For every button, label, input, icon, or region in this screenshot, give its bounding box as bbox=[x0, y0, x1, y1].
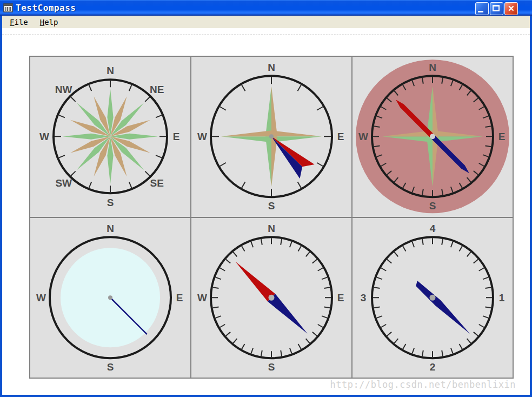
svg-text:W: W bbox=[197, 131, 207, 142]
svg-text:E: E bbox=[498, 131, 506, 142]
svg-text:S: S bbox=[107, 197, 114, 208]
svg-text:N: N bbox=[107, 65, 114, 76]
client-area: File Help NNEESESSWWNW NESW NESW NESW NE… bbox=[2, 16, 530, 395]
compass-star4-needle-svg: NESW bbox=[191, 57, 351, 217]
title-bar[interactable]: TestCompass ✕ bbox=[0, 0, 532, 16]
svg-text:NE: NE bbox=[150, 84, 164, 95]
svg-text:2: 2 bbox=[430, 361, 436, 372]
menu-file[interactable]: File bbox=[6, 17, 31, 27]
window-controls: ✕ bbox=[475, 2, 518, 15]
svg-text:S: S bbox=[107, 361, 114, 372]
compass-panel-kite-needle[interactable]: NESW bbox=[191, 218, 351, 378]
window-title: TestCompass bbox=[16, 3, 76, 13]
compass-panel-pink-dial[interactable]: NESW bbox=[353, 57, 513, 217]
svg-text:N: N bbox=[107, 222, 114, 234]
svg-text:W: W bbox=[36, 292, 46, 303]
svg-text:N: N bbox=[268, 222, 275, 234]
svg-text:W: W bbox=[197, 292, 207, 303]
compass-grid: NNEESESSWWNW NESW NESW NESW NESW 4123 bbox=[29, 56, 514, 379]
svg-text:W: W bbox=[39, 131, 49, 142]
compass-panel-numeric-dial[interactable]: 4123 bbox=[353, 218, 513, 378]
compass-panel-star4-needle[interactable]: NESW bbox=[191, 57, 351, 217]
svg-text:E: E bbox=[176, 292, 183, 303]
svg-text:N: N bbox=[268, 62, 275, 73]
svg-text:SE: SE bbox=[150, 177, 164, 189]
svg-text:E: E bbox=[337, 131, 344, 142]
close-button[interactable]: ✕ bbox=[504, 2, 518, 15]
svg-text:E: E bbox=[173, 131, 180, 142]
svg-text:S: S bbox=[429, 200, 436, 211]
toolbar-separator bbox=[2, 34, 530, 35]
close-icon: ✕ bbox=[505, 3, 517, 15]
menu-bar: File Help bbox=[2, 16, 530, 28]
svg-text:1: 1 bbox=[499, 292, 505, 303]
menu-help-label-rest: elp bbox=[44, 18, 58, 27]
compass-panel-rose16[interactable]: NNEESESSWWNW bbox=[30, 57, 190, 217]
svg-text:S: S bbox=[268, 361, 275, 372]
minimize-button[interactable] bbox=[475, 2, 489, 15]
app-icon-image bbox=[3, 3, 13, 13]
svg-text:S: S bbox=[268, 200, 275, 211]
svg-text:SW: SW bbox=[55, 177, 72, 189]
minimize-icon bbox=[478, 11, 483, 12]
svg-text:3: 3 bbox=[361, 292, 367, 303]
compass-pink-dial-svg: NESW bbox=[353, 57, 513, 217]
svg-text:NW: NW bbox=[55, 84, 72, 95]
svg-text:4: 4 bbox=[430, 222, 436, 234]
compass-cyan-dial-svg: NESW bbox=[30, 218, 190, 378]
app-icon[interactable] bbox=[3, 3, 13, 13]
compass-rose16-svg: NNEESESSWWNW bbox=[30, 57, 190, 217]
compass-kite-needle-svg: NESW bbox=[191, 218, 351, 378]
compass-panel-cyan-dial[interactable]: NESW bbox=[30, 218, 190, 378]
menu-file-label-rest: ile bbox=[14, 18, 28, 27]
svg-text:E: E bbox=[337, 292, 344, 303]
watermark: http://blog.csdn.net/benbenlixin bbox=[330, 379, 516, 390]
menu-help-label: H bbox=[40, 18, 44, 27]
maximize-button[interactable] bbox=[490, 2, 503, 15]
compass-numeric-dial-svg: 4123 bbox=[353, 218, 513, 378]
menu-help[interactable]: Help bbox=[37, 17, 62, 27]
maximize-icon bbox=[493, 5, 500, 11]
svg-text:N: N bbox=[429, 62, 436, 73]
svg-text:W: W bbox=[358, 131, 368, 142]
